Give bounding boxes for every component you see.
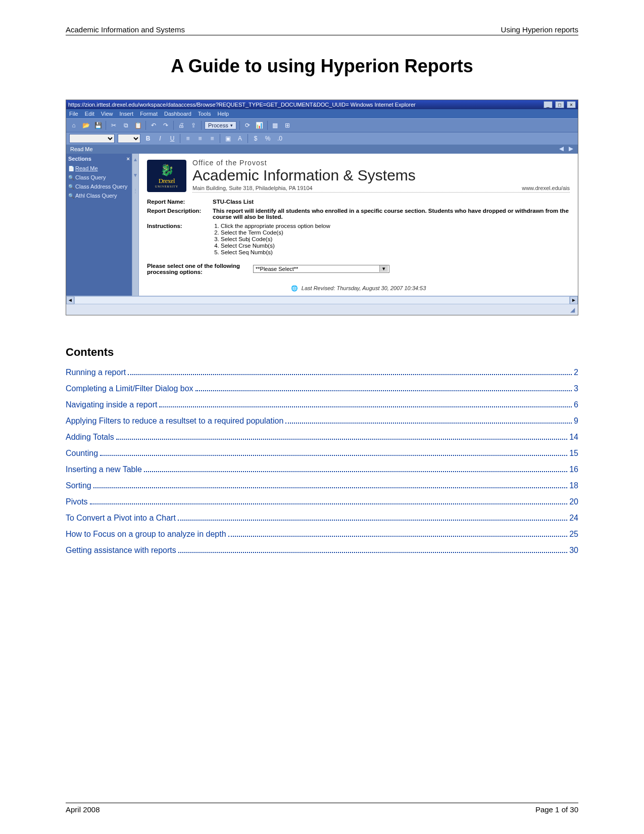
- toc-leader: [90, 503, 568, 504]
- process-option-select[interactable]: **Please Select**: [253, 265, 389, 273]
- scroll-right-icon[interactable]: ►: [570, 296, 578, 304]
- toc-entry[interactable]: How to Focus on a group to analyze in de…: [66, 530, 578, 539]
- dragon-icon: 🐉: [160, 164, 174, 177]
- fill-color-icon[interactable]: ▣: [223, 134, 232, 143]
- menu-help[interactable]: Help: [217, 111, 229, 117]
- underline-icon[interactable]: U: [168, 134, 177, 143]
- menu-file[interactable]: File: [69, 111, 78, 117]
- report-desc-label: Report Description:: [147, 208, 213, 220]
- export-icon[interactable]: ⇪: [189, 121, 198, 130]
- toc-entry[interactable]: Applying Filters to reduce a resultset t…: [66, 416, 578, 426]
- pivot-icon[interactable]: ⊞: [283, 121, 292, 130]
- percent-icon[interactable]: %: [263, 134, 272, 143]
- font-size-select[interactable]: [118, 134, 140, 143]
- toc-leader: [93, 487, 568, 488]
- app-window: https://zion.irttest.drexel.edu/workspac…: [66, 100, 578, 315]
- toc-entry[interactable]: Adding Totals 14: [66, 433, 578, 442]
- menu-tools[interactable]: Tools: [198, 111, 211, 117]
- save-icon[interactable]: 💾: [93, 121, 103, 130]
- toc-entry[interactable]: Navigating inside a report 6: [66, 400, 578, 409]
- undo-icon[interactable]: ↶: [149, 121, 158, 130]
- process-button[interactable]: Process ▾: [205, 121, 236, 129]
- maximize-button[interactable]: □: [555, 101, 564, 108]
- align-left-icon[interactable]: ≡: [183, 134, 192, 143]
- toc-leader: [128, 374, 572, 375]
- align-right-icon[interactable]: ≡: [208, 134, 217, 143]
- increase-decimal-icon[interactable]: .0: [275, 134, 284, 143]
- window-controls: _ □ ×: [542, 101, 576, 108]
- document-icon: 📄: [68, 165, 74, 171]
- site-link[interactable]: www.drexel.edu/ais: [522, 185, 570, 191]
- font-color-icon[interactable]: A: [235, 134, 244, 143]
- align-center-icon[interactable]: ≡: [195, 134, 205, 143]
- toc-entry[interactable]: Inserting a new Table 16: [66, 465, 578, 474]
- redo-icon[interactable]: ↷: [161, 121, 170, 130]
- toc-label: Applying Filters to reduce a resultset t…: [66, 416, 283, 426]
- breadcrumb-bar: Read Me ⯇ ⯈: [66, 145, 578, 154]
- splitter[interactable]: ▲ ▼ ⋮: [132, 154, 139, 296]
- toc-entry[interactable]: Counting 15: [66, 449, 578, 458]
- toc-leader: [100, 455, 567, 456]
- paste-icon[interactable]: 📋: [133, 121, 142, 130]
- toc-label: To Convert a Pivot into a Chart: [66, 514, 176, 523]
- menu-edit[interactable]: Edit: [85, 111, 94, 117]
- nav-forward-icon[interactable]: ⯈: [568, 146, 574, 152]
- toc-page: 30: [569, 546, 578, 555]
- refresh-icon[interactable]: ⟳: [243, 121, 252, 130]
- copy-icon[interactable]: ⧉: [121, 121, 130, 130]
- sections-sidebar: Sections × 📄 Read Me 🔍 Class Query 🔍 Cla…: [66, 154, 132, 296]
- home-icon[interactable]: ⌂: [69, 121, 78, 130]
- toc-page: 9: [574, 416, 578, 426]
- toc-label: Sorting: [66, 481, 91, 490]
- sidebar-item-athl-class-query[interactable]: 🔍 Athl Class Query: [68, 191, 130, 200]
- resize-grip-icon[interactable]: ◢: [570, 306, 575, 313]
- italic-icon[interactable]: I: [156, 134, 165, 143]
- toc-leader: [178, 552, 567, 553]
- close-button[interactable]: ×: [567, 101, 576, 108]
- sidebar-item-label: Class Address Query: [75, 183, 127, 190]
- chart-icon[interactable]: 📊: [255, 121, 264, 130]
- toc-entry[interactable]: Sorting 18: [66, 481, 578, 490]
- toc-entry[interactable]: Completing a Limit/Filter Dialog box 3: [66, 384, 578, 393]
- sidebar-item-class-query[interactable]: 🔍 Class Query: [68, 173, 130, 182]
- horizontal-scrollbar[interactable]: ◄ ►: [66, 296, 578, 304]
- splitter-grip-icon: ⋮: [133, 188, 138, 194]
- office-line: Office of the Provost: [192, 159, 570, 167]
- currency-icon[interactable]: $: [251, 134, 260, 143]
- menu-format[interactable]: Format: [140, 111, 158, 117]
- toc-entry[interactable]: Running a report 2: [66, 368, 578, 377]
- toc-entry[interactable]: To Convert a Pivot into a Chart 24: [66, 514, 578, 523]
- sidebar-item-class-address-query[interactable]: 🔍 Class Address Query: [68, 182, 130, 191]
- report-name: STU-Class List: [213, 199, 254, 205]
- bold-icon[interactable]: B: [143, 134, 153, 143]
- menu-view[interactable]: View: [101, 111, 113, 117]
- sidebar-item-read-me[interactable]: 📄 Read Me: [68, 164, 130, 173]
- table-of-contents: Running a report 2 Completing a Limit/Fi…: [66, 368, 578, 555]
- toc-leader: [285, 423, 572, 424]
- menu-insert[interactable]: Insert: [120, 111, 134, 117]
- instruction-item: Select the Term Code(s): [221, 229, 570, 236]
- toc-label: Counting: [66, 449, 98, 458]
- font-family-select[interactable]: [69, 134, 115, 143]
- page-footer: April 2008 Page 1 of 30: [66, 803, 578, 814]
- nav-back-icon[interactable]: ⯇: [559, 146, 565, 152]
- toc-page: 15: [569, 449, 578, 458]
- table-icon[interactable]: ▦: [271, 121, 280, 130]
- close-icon[interactable]: ×: [127, 156, 130, 162]
- open-icon[interactable]: 📂: [81, 121, 90, 130]
- toolbar-separator: [220, 134, 220, 143]
- minimize-button[interactable]: _: [543, 101, 553, 108]
- toc-label: Completing a Limit/Filter Dialog box: [66, 384, 193, 393]
- print-icon[interactable]: 🖨: [177, 121, 186, 130]
- toc-entry[interactable]: Getting assistance with reports 30: [66, 546, 578, 555]
- instructions-list: Click the appropriate process option bel…: [221, 223, 570, 255]
- menu-dashboard[interactable]: Dashboard: [164, 111, 191, 117]
- cut-icon[interactable]: ✂: [109, 121, 118, 130]
- toc-page: 16: [569, 465, 578, 474]
- scroll-track[interactable]: [74, 296, 570, 304]
- toc-entry[interactable]: Pivots 20: [66, 497, 578, 506]
- toc-page: 3: [574, 384, 578, 393]
- query-icon: 🔍: [68, 174, 74, 180]
- toolbar-separator: [145, 121, 146, 130]
- scroll-left-icon[interactable]: ◄: [66, 296, 74, 304]
